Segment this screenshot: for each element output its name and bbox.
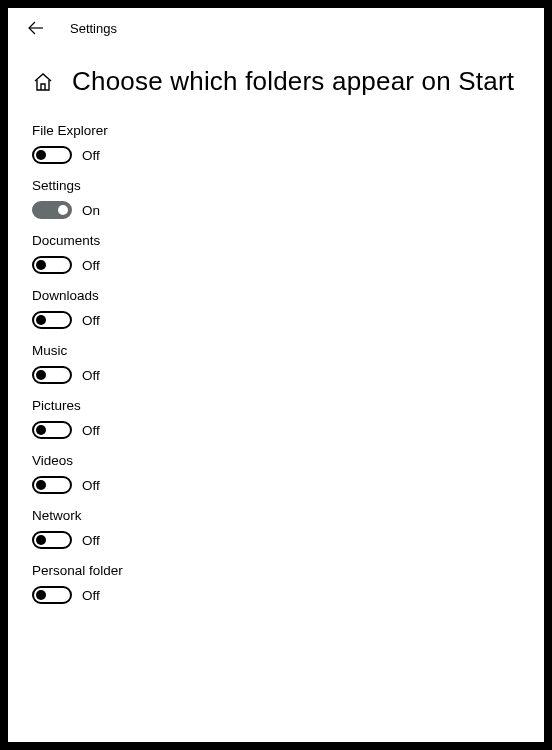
app-title: Settings <box>70 21 117 36</box>
toggle-item-settings: SettingsOn <box>32 178 520 219</box>
toggle-row: Off <box>32 366 520 384</box>
toggle-row: Off <box>32 476 520 494</box>
toggle-switch-pictures[interactable] <box>32 421 72 439</box>
toggle-label: Videos <box>32 453 520 468</box>
toggle-state-label: Off <box>82 423 100 438</box>
toggle-state-label: Off <box>82 258 100 273</box>
settings-window: Settings Choose which folders appear on … <box>8 8 544 742</box>
toggle-switch-settings[interactable] <box>32 201 72 219</box>
toggle-state-label: Off <box>82 148 100 163</box>
toggle-label: Personal folder <box>32 563 520 578</box>
toggle-switch-network[interactable] <box>32 531 72 549</box>
toggle-item-pictures: PicturesOff <box>32 398 520 439</box>
toggle-label: Music <box>32 343 520 358</box>
home-button[interactable] <box>32 71 54 93</box>
back-button[interactable] <box>26 18 46 38</box>
toggle-item-videos: VideosOff <box>32 453 520 494</box>
toggle-row: Off <box>32 256 520 274</box>
toggle-item-downloads: DownloadsOff <box>32 288 520 329</box>
toggle-state-label: Off <box>82 533 100 548</box>
toggle-label: Settings <box>32 178 520 193</box>
toggle-row: Off <box>32 146 520 164</box>
toggle-item-file-explorer: File ExplorerOff <box>32 123 520 164</box>
page-title: Choose which folders appear on Start <box>72 66 514 97</box>
toggle-label: Downloads <box>32 288 520 303</box>
toggle-label: Documents <box>32 233 520 248</box>
toggle-state-label: Off <box>82 588 100 603</box>
header-row: Choose which folders appear on Start <box>32 66 520 97</box>
toggle-row: Off <box>32 586 520 604</box>
toggle-switch-file-explorer[interactable] <box>32 146 72 164</box>
toggle-item-network: NetworkOff <box>32 508 520 549</box>
toggle-label: Pictures <box>32 398 520 413</box>
toggle-state-label: Off <box>82 313 100 328</box>
toggle-switch-personal-folder[interactable] <box>32 586 72 604</box>
toggle-list: File ExplorerOffSettingsOnDocumentsOffDo… <box>32 123 520 604</box>
toggle-switch-music[interactable] <box>32 366 72 384</box>
back-arrow-icon <box>28 20 44 36</box>
toggle-state-label: On <box>82 203 100 218</box>
toggle-state-label: Off <box>82 368 100 383</box>
toggle-item-music: MusicOff <box>32 343 520 384</box>
content: Choose which folders appear on Start Fil… <box>8 48 544 604</box>
toggle-row: On <box>32 201 520 219</box>
toggle-state-label: Off <box>82 478 100 493</box>
home-icon <box>33 72 53 92</box>
toggle-switch-downloads[interactable] <box>32 311 72 329</box>
toggle-label: File Explorer <box>32 123 520 138</box>
toggle-row: Off <box>32 311 520 329</box>
titlebar: Settings <box>8 8 544 48</box>
toggle-switch-documents[interactable] <box>32 256 72 274</box>
toggle-switch-videos[interactable] <box>32 476 72 494</box>
toggle-row: Off <box>32 531 520 549</box>
toggle-label: Network <box>32 508 520 523</box>
toggle-row: Off <box>32 421 520 439</box>
toggle-item-documents: DocumentsOff <box>32 233 520 274</box>
toggle-item-personal-folder: Personal folderOff <box>32 563 520 604</box>
